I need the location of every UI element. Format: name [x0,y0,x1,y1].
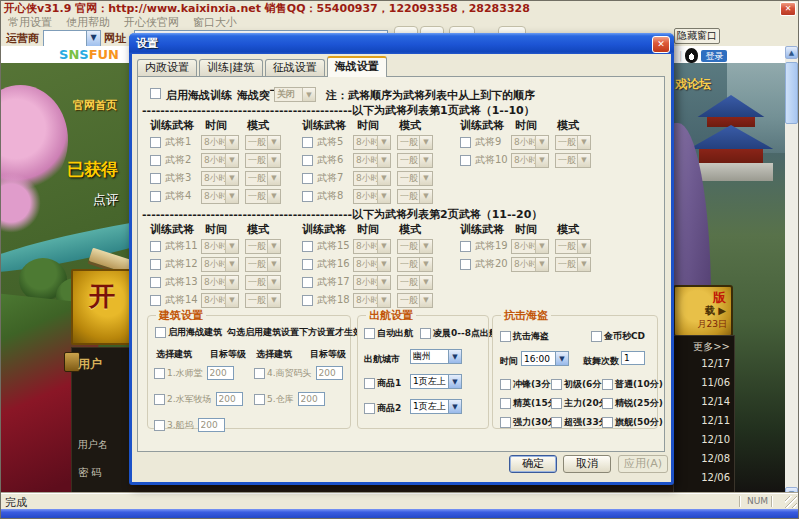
time-select[interactable]: 8小时▼ [353,275,391,290]
time-select[interactable]: 8小时▼ [353,239,391,254]
general-checkbox[interactable] [302,277,313,288]
tab-2[interactable]: 征战设置 [265,59,325,76]
auto-sail-checkbox[interactable] [364,328,375,339]
pirate-option-checkbox[interactable] [602,417,613,428]
tab-1[interactable]: 训练|建筑 [199,59,263,76]
general-checkbox[interactable] [150,295,161,306]
news-date[interactable]: 12/14 [701,396,730,407]
general-checkbox[interactable] [302,137,313,148]
news-date[interactable]: 12/11 [701,415,730,426]
time-select[interactable]: 8小时▼ [201,153,239,168]
mode-select[interactable]: 一般▼ [245,153,281,168]
time-select[interactable]: 8小时▼ [353,189,391,204]
general-checkbox[interactable] [460,155,471,166]
page-scrollbar[interactable]: ▲ ▼ [785,46,798,500]
building-checkbox[interactable] [154,420,165,431]
general-checkbox[interactable] [460,259,471,270]
dialog-close-button[interactable]: ✕ [652,36,670,53]
general-checkbox[interactable] [150,277,161,288]
mode-select[interactable]: 一般▼ [245,293,281,308]
time-select[interactable]: 8小时▼ [511,239,549,254]
building-level-input[interactable] [316,366,343,380]
menu-item-3[interactable]: 窗口大小 [186,15,244,30]
sail-city-select[interactable]: 幽州▼ [410,349,462,364]
operator-select[interactable]: ▼ [43,30,101,47]
gold-cd-checkbox[interactable] [591,331,602,342]
building-level-input[interactable] [198,418,225,432]
building-checkbox[interactable] [254,368,265,379]
fight-pirates-checkbox[interactable] [500,331,511,342]
building-level-input[interactable] [216,392,243,406]
mode-select[interactable]: 一般▼ [397,293,433,308]
general-checkbox[interactable] [302,173,313,184]
pirate-option-checkbox[interactable] [551,379,562,390]
time-select[interactable]: 8小时▼ [201,239,239,254]
mode-select[interactable]: 一般▼ [397,257,433,272]
general-checkbox[interactable] [302,241,313,252]
news-date[interactable]: 12/10 [701,434,730,445]
mode-select[interactable]: 一般▼ [555,153,591,168]
time-select[interactable]: 8小时▼ [201,189,239,204]
pirate-option-checkbox[interactable] [602,398,613,409]
general-checkbox[interactable] [150,155,161,166]
news-date[interactable]: 12/08 [701,453,730,464]
news-date[interactable]: 11/06 [701,377,730,388]
general-checkbox[interactable] [150,137,161,148]
scroll-up-arrow[interactable]: ▲ [785,46,798,59]
mode-select[interactable]: 一般▼ [397,189,433,204]
building-level-input[interactable] [298,392,325,406]
general-checkbox[interactable] [302,295,313,306]
time-select[interactable]: 8小时▼ [511,135,549,150]
goods2-checkbox[interactable] [364,403,375,414]
news-date[interactable]: 12/06 [701,472,730,483]
goods2-select[interactable]: 1页左上▼ [410,399,462,414]
enable-naval-training-checkbox[interactable] [150,88,161,99]
building-checkbox[interactable] [254,394,265,405]
time-select[interactable]: 8小时▼ [201,257,239,272]
mode-select[interactable]: 一般▼ [245,239,281,254]
time-select[interactable]: 8小时▼ [201,293,239,308]
pirate-option-checkbox[interactable] [500,417,511,428]
scroll-thumb[interactable] [785,62,798,124]
forum-link[interactable]: 戏论坛 [675,76,711,93]
mode-select[interactable]: 一般▼ [555,239,591,254]
goods1-select[interactable]: 1页左上▼ [410,374,462,389]
pirate-option-checkbox[interactable] [500,398,511,409]
time-select[interactable]: 8小时▼ [353,293,391,308]
time-select[interactable]: 8小时▼ [511,153,549,168]
general-checkbox[interactable] [302,155,313,166]
general-checkbox[interactable] [460,241,471,252]
mode-select[interactable]: 一般▼ [555,135,591,150]
news-more-link[interactable]: 更多>> [693,340,730,354]
general-checkbox[interactable] [150,259,161,270]
cancel-button[interactable]: 取消 [563,455,611,473]
pirate-option-checkbox[interactable] [551,398,562,409]
building-checkbox[interactable] [154,368,165,379]
mode-select[interactable]: 一般▼ [397,171,433,186]
mode-select[interactable]: 一般▼ [397,239,433,254]
mode-select[interactable]: 一般▼ [555,257,591,272]
general-checkbox[interactable] [150,173,161,184]
mode-select[interactable]: 一般▼ [245,189,281,204]
mode-select[interactable]: 一般▼ [245,171,281,186]
general-checkbox[interactable] [150,241,161,252]
general-checkbox[interactable] [150,191,161,202]
general-checkbox[interactable] [302,259,313,270]
general-checkbox[interactable] [460,137,471,148]
pirate-option-checkbox[interactable] [500,379,511,390]
mode-select[interactable]: 一般▼ [245,135,281,150]
building-checkbox[interactable] [154,394,165,405]
goods1-checkbox[interactable] [364,378,375,389]
mode-select[interactable]: 一般▼ [397,135,433,150]
mode-select[interactable]: 一般▼ [245,275,281,290]
news-date[interactable]: 12/17 [701,358,730,369]
home-tab-link[interactable]: 官网首页 [73,98,117,113]
time-select[interactable]: 8小时▼ [511,257,549,272]
mode-select[interactable]: 一般▼ [245,257,281,272]
naval-tufei-select[interactable]: 关闭▼ [274,87,316,102]
time-select[interactable]: 8小时▼ [353,257,391,272]
qq-login-button[interactable]: 登录 [701,50,727,62]
tab-0[interactable]: 内政设置 [137,59,197,76]
resize-grip[interactable] [785,496,797,508]
night-sail-checkbox[interactable] [420,328,431,339]
